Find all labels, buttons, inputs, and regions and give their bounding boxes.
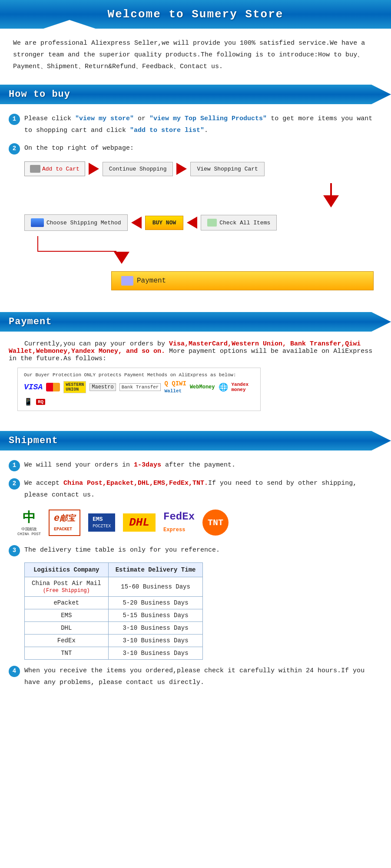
view-shopping-cart-label: View Shopping Cart: [197, 166, 258, 172]
step1-text: Please click "view my store" or "view my…: [24, 113, 382, 136]
check-icon: [207, 219, 217, 227]
view-store-link: "view my store": [75, 115, 134, 122]
company-tnt: TNT: [25, 647, 109, 660]
payment-text: Currently,you can pay your orders by Vis…: [9, 340, 382, 362]
arrow-right-1: [89, 163, 99, 175]
check-all-items-btn: Check All Items: [201, 215, 277, 230]
time-epacket: 5-20 Business Days: [108, 597, 203, 609]
payment-label: Payment: [137, 277, 166, 285]
days-highlight: 1-3days: [134, 461, 161, 469]
company-ems: EMS: [25, 609, 109, 622]
time-dhl: 3-10 Business Days: [108, 622, 203, 635]
payment-logos-box: Our Buyer Protection ONLY protects Payme…: [17, 368, 261, 411]
ems-sub: POCZTEX: [93, 524, 111, 529]
payment-btn: Payment: [111, 271, 374, 290]
china-post-cell: China Post Air Mail: [32, 580, 101, 587]
add-to-cart-label: Add to Cart: [42, 166, 80, 172]
dl-arrow-point: [114, 252, 129, 264]
how-to-buy-content: 1 Please click "view my store" or "view …: [0, 109, 391, 304]
choose-shipping-label: Choose Shipping Method: [46, 220, 121, 226]
table-row: DHL 3-10 Business Days: [25, 622, 203, 635]
ship-step4-number: 4: [9, 666, 20, 677]
choose-shipping-btn: Choose Shipping Method: [24, 214, 128, 231]
shipping-logos: 中 中国邮政CHINA POST e邮宝 EPACKET EMSPOCZTEX …: [17, 509, 374, 536]
payment-title: Payment: [9, 316, 382, 327]
ship-step4-text: When you receive the items you ordered,p…: [24, 665, 382, 688]
company-epacket: ePacket: [25, 597, 109, 609]
ship-step4-item: 4 When you receive the items you ordered…: [9, 665, 382, 688]
china-post-icon: 中: [17, 509, 41, 526]
china-post-logo: 中 中国邮政CHINA POST: [17, 509, 41, 536]
time-fedex: 3-10 Business Days: [108, 635, 203, 647]
flow-diagram: Add to Cart Continue Shopping View Shopp…: [24, 161, 374, 290]
webmoney-logo: WebMoney: [190, 384, 215, 390]
dl-line-h: [38, 251, 116, 252]
down-arrow-group: [323, 183, 339, 207]
cc-icon: [31, 218, 44, 227]
delivery-table: Logisitics Company Estimate Delivery Tim…: [24, 562, 203, 660]
flow-row-2: Choose Shipping Method BUY NOW Check All…: [24, 214, 374, 231]
ship-step2-number: 2: [9, 478, 20, 490]
ship-step2-item: 2 We accept China Post,Epacket,DHL,EMS,F…: [9, 477, 382, 501]
step2-number: 2: [9, 143, 20, 155]
view-top-selling-link: "view my Top Selling Products": [149, 115, 267, 122]
bank-transfer-logo: Bank Transfer: [119, 383, 161, 391]
dl-arrow-point-container: [114, 252, 129, 266]
buy-now-label: BUY NOW: [152, 220, 176, 226]
epacket-logo: e邮宝 EPACKET: [49, 510, 80, 536]
logos-row: VISA WESTERNUNION Maestro Bank Transfer …: [24, 380, 254, 406]
maestro-logo: Maestro: [89, 383, 116, 391]
arrow-right-2: [176, 163, 187, 175]
table-row: China Post Air Mail (Free Shipping) 15-6…: [25, 577, 203, 597]
western-union-logo: WESTERNUNION: [63, 381, 86, 393]
down-arrow-container: [24, 183, 374, 207]
company-fedex: FedEx: [25, 635, 109, 647]
free-shipping-label: (Free Shipping): [43, 588, 90, 594]
col-delivery-time: Estimate Delivery Time: [108, 563, 203, 577]
dl-arrow-line: [29, 236, 116, 252]
down-arrow-line: [330, 183, 332, 195]
shipment-title: Shipment: [9, 435, 382, 446]
ship-step1-item: 1 We will send your orders in 1-3days af…: [9, 459, 382, 471]
dhl-logo: DHL: [123, 513, 156, 532]
dl-arrow-group: [29, 236, 374, 266]
visa-logo: VISA: [24, 383, 43, 391]
mastercard-logo: [46, 383, 60, 391]
dl-line-v: [37, 236, 38, 252]
fedex-logo: FedExExpress: [163, 511, 195, 534]
time-tnt: 3-10 Business Days: [108, 647, 203, 660]
table-row: FedEx 3-10 Business Days: [25, 635, 203, 647]
yandex-logo: Yandexmoney: [232, 382, 249, 392]
add-to-cart-btn: Add to Cart: [24, 161, 85, 176]
continue-shopping-btn: Continue Shopping: [103, 162, 173, 176]
step2-text: On the top right of webpage:: [24, 142, 134, 154]
add-to-store-list-link: "add to store list": [130, 127, 204, 134]
check-all-items-label: Check All Items: [219, 220, 270, 226]
arrow-left-1: [131, 217, 142, 229]
step1-item: 1 Please click "view my store" or "view …: [9, 113, 382, 136]
arrow-left-2: [187, 217, 197, 229]
intro-section: We are professional Aliexpress Seller,we…: [0, 29, 391, 77]
qiwi-logo: Q QIWIWallet: [164, 380, 186, 394]
rq-logo: RQ: [36, 399, 45, 405]
carriers-text: China Post,Epacket,DHL,EMS,FedEx,TNT.: [63, 480, 208, 487]
payment-methods-text: Visa,MasterCard,Western Union, Bank Tran…: [9, 340, 361, 355]
shipment-header: Shipment: [0, 431, 391, 450]
ship-step1-text: We will send your orders in 1-3days afte…: [24, 459, 235, 471]
shipment-content: 1 We will send your orders in 1-3days af…: [0, 456, 391, 701]
payment-btn-container: Payment: [111, 271, 374, 290]
store-title: Welcome to Sumery Store: [4, 8, 387, 21]
payment-content: Currently,you can pay your orders by Vis…: [0, 337, 391, 423]
table-row: EMS 5-15 Business Days: [25, 609, 203, 622]
cart-icon: [30, 165, 40, 173]
company-china-post: China Post Air Mail (Free Shipping): [25, 577, 109, 597]
fedex-express: Express: [163, 527, 185, 533]
view-shopping-cart-btn: View Shopping Cart: [190, 162, 264, 176]
table-body: China Post Air Mail (Free Shipping) 15-6…: [25, 577, 203, 660]
ems-logo: EMSPOCZTEX: [88, 513, 115, 532]
e-letter: e: [54, 513, 60, 524]
buy-now-btn: BUY NOW: [145, 216, 184, 230]
down-arrow-head: [323, 195, 339, 207]
ship-step3-number: 3: [9, 545, 20, 556]
ship-step1-number: 1: [9, 460, 20, 471]
